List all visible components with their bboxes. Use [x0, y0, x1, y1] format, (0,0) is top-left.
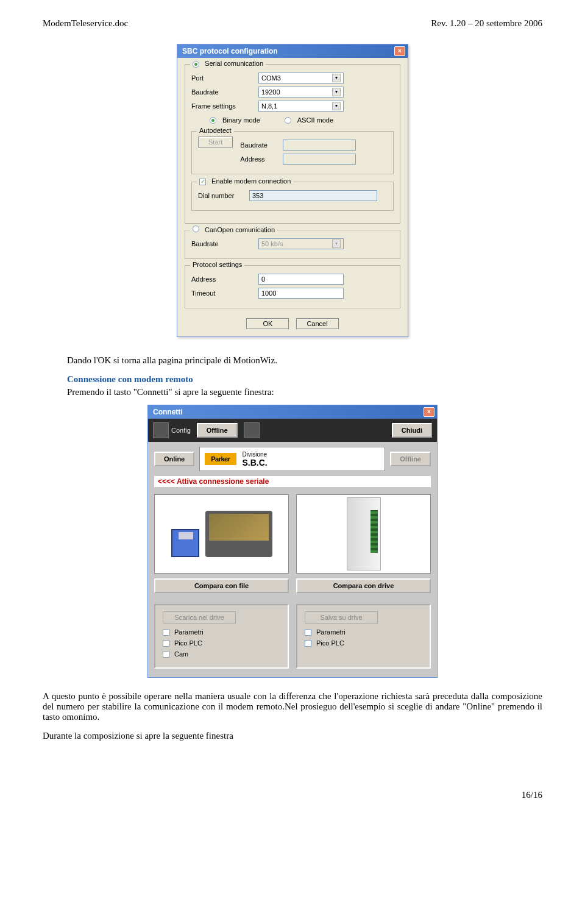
doc-filename: ModemTeleservice.doc — [43, 18, 128, 29]
parametri-checkbox-2[interactable] — [305, 629, 311, 636]
chevron-down-icon[interactable]: ▾ — [332, 88, 341, 96]
laptop-icon — [205, 511, 272, 557]
enable-modem-checkbox[interactable] — [199, 179, 206, 185]
addr-label: Address — [191, 275, 258, 283]
cam-checkbox[interactable] — [163, 651, 169, 658]
can-baud-select: 50 kb/s ▾ — [258, 238, 344, 249]
doc-revision: Rev. 1.20 – 20 settembre 2006 — [431, 18, 542, 29]
timeout-value: 1000 — [261, 290, 276, 297]
drive-icon — [347, 497, 381, 570]
paragraph-2: Durante la composizione si apre la segue… — [43, 731, 542, 741]
chevron-down-icon[interactable]: ▾ — [332, 102, 341, 110]
dial-number-input[interactable]: 353 — [249, 190, 377, 201]
binary-label: Binary mode — [222, 116, 260, 124]
serial-radio[interactable] — [193, 61, 199, 68]
cam-label: Cam — [174, 650, 188, 658]
canopen-label: CanOpen comunication — [205, 226, 275, 233]
compara-file-button[interactable]: Compara con file — [154, 578, 289, 593]
paragraph-1: A questo punto è possibile operare nella… — [43, 691, 542, 722]
canopen-radio[interactable] — [193, 226, 199, 232]
drive-image-panel — [296, 494, 431, 574]
body-line-2: Premendo il tasto "Connetti" si apre la … — [67, 387, 542, 397]
salva-panel: Salva su drive Parametri Pico PLC — [296, 604, 431, 669]
timeout-input[interactable]: 1000 — [258, 288, 344, 299]
ok-button[interactable]: OK — [246, 318, 289, 329]
offline-badge: Offline — [197, 423, 238, 438]
scarica-button[interactable]: Scarica nel drive — [163, 611, 236, 624]
barrier-icon — [244, 422, 260, 438]
status-serial-connection: <<<< Attiva connessione seriale — [154, 476, 431, 487]
canopen-group: CanOpen comunication Baudrate 50 kb/s ▾ — [185, 230, 400, 259]
start-button[interactable]: Start — [198, 137, 233, 147]
serial-group: Serial comunication Port COM3 ▾ Baudrate… — [185, 64, 400, 224]
logo-panel: Parker Divisione S.B.C. — [199, 447, 385, 471]
serial-group-label: Serial comunication — [205, 60, 263, 67]
baudrate-label: Baudrate — [191, 88, 258, 96]
salva-button[interactable]: Salva su drive — [305, 611, 378, 624]
cancel-button[interactable]: Cancel — [296, 318, 339, 329]
dial-label: Dial number — [198, 192, 249, 199]
modem-group-label: Enable modem connection — [211, 177, 291, 185]
frame-label: Frame settings — [191, 102, 258, 110]
protocol-label: Protocol settings — [190, 261, 244, 268]
page-number: 16/16 — [43, 790, 542, 800]
autodetect-label: Autodetect — [197, 127, 234, 134]
picoplc-label-2: Pico PLC — [316, 639, 344, 647]
baudrate-value: 19200 — [261, 88, 280, 96]
port-label: Port — [191, 74, 258, 82]
address-value: 0 — [261, 275, 265, 283]
protocol-group: Protocol settings Address 0 Timeout 1000 — [185, 265, 400, 308]
ad-addr-label: Address — [240, 155, 283, 163]
connetti-dialog: Connetti × Config Offline Chiudi Online … — [147, 405, 438, 678]
port-value: COM3 — [261, 74, 281, 82]
ad-addr-field[interactable] — [283, 154, 356, 165]
dial-number-value: 353 — [252, 192, 263, 199]
can-baud-label: Baudrate — [191, 240, 258, 247]
close-icon[interactable]: × — [424, 407, 434, 417]
online-button[interactable]: Online — [154, 452, 194, 466]
parker-logo: Parker — [205, 453, 236, 465]
frame-select[interactable]: N,8,1 ▾ — [258, 101, 344, 112]
timeout-label: Timeout — [191, 290, 258, 297]
file-image-panel — [154, 494, 289, 574]
section-heading: Connessione con modem remoto — [67, 374, 542, 385]
address-input[interactable]: 0 — [258, 274, 344, 285]
ascii-radio[interactable] — [285, 117, 291, 124]
port-select[interactable]: COM3 ▾ — [258, 73, 344, 84]
autodetect-group: Autodetect Start Baudrate Address — [191, 131, 394, 174]
dialog-title: Connetti — [153, 408, 183, 416]
offline-button[interactable]: Offline — [390, 452, 431, 466]
dialog-title: SBC protocol configuration — [182, 47, 278, 55]
binary-radio[interactable] — [210, 117, 216, 124]
chevron-down-icon: ▾ — [332, 240, 341, 248]
baudrate-select[interactable]: 19200 ▾ — [258, 87, 344, 98]
picoplc-checkbox-2[interactable] — [305, 640, 311, 647]
parametri-checkbox[interactable] — [163, 629, 169, 636]
close-icon[interactable]: × — [394, 46, 405, 56]
dialog-titlebar: SBC protocol configuration × — [177, 44, 408, 58]
picoplc-label: Pico PLC — [174, 639, 202, 647]
parametri-label: Parametri — [174, 628, 204, 636]
config-label: Config — [171, 427, 191, 434]
chiudi-button[interactable]: Chiudi — [392, 423, 432, 438]
ascii-label: ASCII mode — [297, 116, 333, 124]
toolbar: Config Offline Chiudi — [148, 419, 437, 442]
body-line-1: Dando l'OK si torna alla pagina principa… — [67, 355, 542, 366]
can-baud-value: 50 kb/s — [261, 240, 283, 247]
scarica-panel: Scarica nel drive Parametri Pico PLC Cam — [154, 604, 289, 669]
parametri-label-2: Parametri — [316, 628, 346, 636]
dialog-titlebar: Connetti × — [148, 405, 437, 419]
sbc-protocol-dialog: SBC protocol configuration × Serial comu… — [177, 44, 408, 337]
sbc-logo: Divisione S.B.C. — [243, 451, 268, 467]
chevron-down-icon[interactable]: ▾ — [332, 74, 341, 82]
config-icon[interactable] — [153, 422, 169, 438]
modem-group: Enable modem connection Dial number 353 — [191, 182, 394, 211]
floppy-icon — [171, 529, 199, 557]
frame-value: N,8,1 — [261, 102, 277, 110]
compara-drive-button[interactable]: Compara con drive — [296, 578, 431, 593]
ad-baud-field[interactable] — [283, 140, 356, 151]
ad-baud-label: Baudrate — [240, 141, 283, 149]
picoplc-checkbox[interactable] — [163, 640, 169, 647]
